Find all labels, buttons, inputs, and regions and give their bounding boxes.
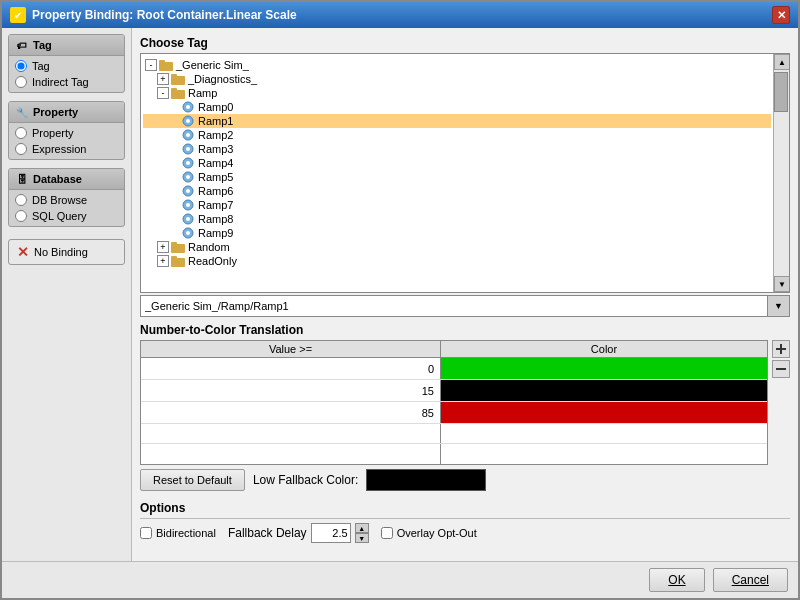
toggle-ramp[interactable]: -: [157, 87, 169, 99]
tag-tree-container: - _Generic Sim_ + _Diagno: [140, 53, 790, 293]
window-icon: ✔: [10, 7, 26, 23]
tree-label-ramp0: Ramp0: [198, 101, 233, 113]
window-body: 🏷 Tag Tag Indirect Tag 🔧: [2, 28, 798, 561]
folder-icon-generic-sim: [159, 59, 173, 71]
spin-up-button[interactable]: ▲: [355, 523, 369, 533]
dropdown-arrow-button[interactable]: ▼: [768, 295, 790, 317]
tag-icon-ramp6: [181, 185, 195, 197]
ok-button[interactable]: OK: [649, 568, 704, 592]
tree-label-random: Random: [188, 241, 230, 253]
sql-query-radio[interactable]: [15, 210, 27, 222]
overlay-opt-out-checkbox-item[interactable]: Overlay Opt-Out: [381, 527, 477, 539]
svg-point-13: [186, 147, 190, 151]
tree-node-generic-sim[interactable]: - _Generic Sim_: [143, 58, 771, 72]
db-browse-radio-item[interactable]: DB Browse: [15, 194, 118, 206]
toggle-generic-sim[interactable]: -: [145, 59, 157, 71]
svg-rect-3: [171, 74, 177, 77]
value-cell-empty1: [141, 424, 441, 443]
spinner-buttons: ▲ ▼: [355, 523, 369, 543]
sidebar-tag-section: 🏷 Tag Tag Indirect Tag: [8, 34, 125, 93]
tree-node-ramp5[interactable]: Ramp5: [143, 170, 771, 184]
tree-node-ramp9[interactable]: Ramp9: [143, 226, 771, 240]
sql-query-radio-item[interactable]: SQL Query: [15, 210, 118, 222]
value-cell-1: 15: [141, 380, 441, 401]
db-browse-label: DB Browse: [32, 194, 87, 206]
property-radio[interactable]: [15, 127, 27, 139]
indirect-tag-radio-item[interactable]: Indirect Tag: [15, 76, 118, 88]
db-browse-radio[interactable]: [15, 194, 27, 206]
col-value-header: Value >=: [141, 341, 441, 357]
svg-rect-0: [159, 62, 173, 71]
svg-point-25: [186, 231, 190, 235]
color-table-section-label: Number-to-Color Translation: [140, 323, 790, 337]
color-row-empty2: [141, 444, 767, 464]
svg-point-23: [186, 217, 190, 221]
color-cell-2[interactable]: [441, 402, 767, 423]
low-fallback-color-swatch[interactable]: [366, 469, 486, 491]
sql-query-label: SQL Query: [32, 210, 87, 222]
bidirectional-checkbox[interactable]: [140, 527, 152, 539]
color-table-section: Number-to-Color Translation Value >= Col…: [140, 323, 790, 491]
no-binding-label: No Binding: [34, 246, 88, 258]
overlay-opt-out-checkbox[interactable]: [381, 527, 393, 539]
scroll-up-button[interactable]: ▲: [774, 54, 790, 70]
scroll-down-button[interactable]: ▼: [774, 276, 790, 292]
color-row-0[interactable]: 0: [141, 358, 767, 380]
indirect-tag-radio[interactable]: [15, 76, 27, 88]
color-table-header: Value >= Color: [141, 341, 767, 358]
tag-radio-item[interactable]: Tag: [15, 60, 118, 72]
fallback-delay-input[interactable]: [311, 523, 351, 543]
toggle-readonly[interactable]: +: [157, 255, 169, 267]
tree-label-diagnostics: _Diagnostics_: [188, 73, 257, 85]
tag-radio[interactable]: [15, 60, 27, 72]
color-cell-0[interactable]: [441, 358, 767, 379]
folder-icon-ramp: [171, 87, 185, 99]
cancel-button[interactable]: Cancel: [713, 568, 788, 592]
no-binding-icon: ✕: [17, 244, 29, 260]
tree-node-ramp7[interactable]: Ramp7: [143, 198, 771, 212]
tree-scrollbar[interactable]: ▲ ▼: [773, 54, 789, 292]
tree-label-ramp9: Ramp9: [198, 227, 233, 239]
reset-to-default-button[interactable]: Reset to Default: [140, 469, 245, 491]
toggle-random[interactable]: +: [157, 241, 169, 253]
tree-node-ramp6[interactable]: Ramp6: [143, 184, 771, 198]
svg-rect-27: [171, 242, 177, 245]
tree-node-ramp[interactable]: - Ramp: [143, 86, 771, 100]
tree-label-ramp1: Ramp1: [198, 115, 233, 127]
remove-row-button[interactable]: [772, 360, 790, 378]
tree-node-ramp2[interactable]: Ramp2: [143, 128, 771, 142]
close-button[interactable]: ✕: [772, 6, 790, 24]
tree-label-ramp5: Ramp5: [198, 171, 233, 183]
expression-radio[interactable]: [15, 143, 27, 155]
folder-icon-diagnostics: [171, 73, 185, 85]
expression-radio-item[interactable]: Expression: [15, 143, 118, 155]
tag-icon-ramp7: [181, 199, 195, 211]
svg-point-17: [186, 175, 190, 179]
color-cell-1[interactable]: [441, 380, 767, 401]
color-row-2[interactable]: 85: [141, 402, 767, 424]
tree-node-diagnostics[interactable]: + _Diagnostics_: [143, 72, 771, 86]
color-row-1[interactable]: 15: [141, 380, 767, 402]
tree-node-ramp0[interactable]: Ramp0: [143, 100, 771, 114]
tag-tree[interactable]: - _Generic Sim_ + _Diagno: [141, 54, 773, 292]
tree-node-ramp8[interactable]: Ramp8: [143, 212, 771, 226]
choose-tag-label: Choose Tag: [140, 36, 790, 50]
scroll-thumb[interactable]: [774, 72, 788, 112]
tree-node-readonly[interactable]: + ReadOnly: [143, 254, 771, 268]
tree-node-ramp4[interactable]: Ramp4: [143, 156, 771, 170]
add-row-button[interactable]: [772, 340, 790, 358]
tree-node-random[interactable]: + Random: [143, 240, 771, 254]
property-radio-item[interactable]: Property: [15, 127, 118, 139]
tree-label-ramp8: Ramp8: [198, 213, 233, 225]
value-cell-0: 0: [141, 358, 441, 379]
bidirectional-checkbox-item[interactable]: Bidirectional: [140, 527, 216, 539]
toggle-diagnostics[interactable]: +: [157, 73, 169, 85]
spin-down-button[interactable]: ▼: [355, 533, 369, 543]
tree-node-ramp3[interactable]: Ramp3: [143, 142, 771, 156]
tree-node-ramp1[interactable]: Ramp1: [143, 114, 771, 128]
color-table-wrapper: Value >= Color 0 15: [140, 340, 790, 465]
no-binding-button[interactable]: ✕ No Binding: [8, 239, 125, 265]
tree-label-ramp3: Ramp3: [198, 143, 233, 155]
svg-rect-28: [171, 258, 185, 267]
path-dropdown[interactable]: _Generic Sim_/Ramp/Ramp1: [140, 295, 768, 317]
